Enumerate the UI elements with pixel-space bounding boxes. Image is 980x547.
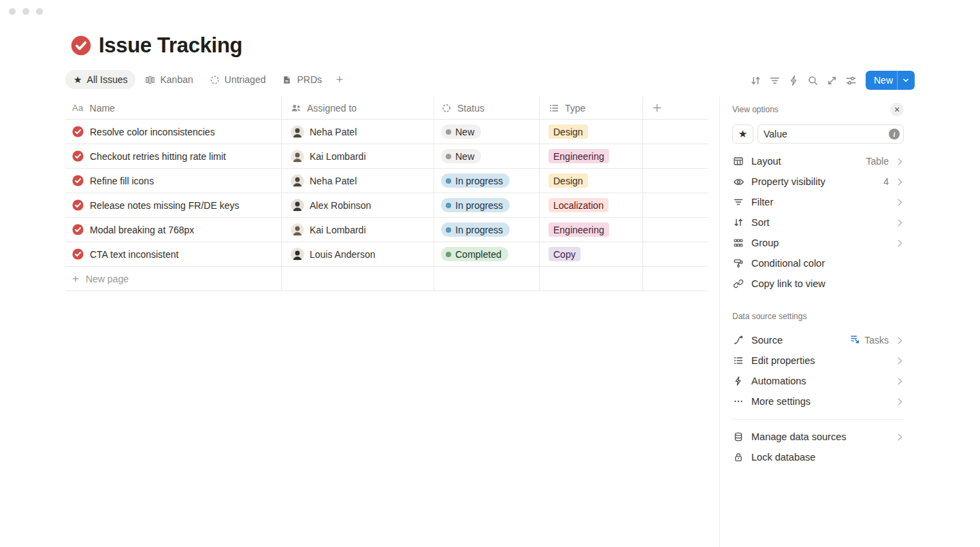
empty-cell[interactable] bbox=[643, 144, 708, 169]
option-copy-link[interactable]: Copy link to view bbox=[732, 274, 904, 294]
option-source[interactable]: Source Tasks bbox=[732, 330, 904, 350]
table-row[interactable]: Refine fill icons Neha Patel In progress… bbox=[65, 169, 708, 193]
type-cell[interactable]: Design bbox=[540, 169, 643, 193]
column-header-status[interactable]: Status bbox=[434, 97, 540, 120]
issue-title: CTA text inconsistent bbox=[90, 249, 178, 260]
new-page-button[interactable]: + New page bbox=[65, 267, 282, 291]
tab-kanban[interactable]: Kanban bbox=[138, 70, 199, 89]
name-cell[interactable]: Resolve color inconsistencies bbox=[65, 120, 282, 144]
view-settings-icon[interactable] bbox=[841, 70, 860, 90]
option-group[interactable]: Group bbox=[732, 233, 904, 253]
table-row[interactable]: Modal breaking at 768px Kai Lombardi In … bbox=[65, 218, 708, 242]
assignee-cell[interactable]: Neha Patel bbox=[282, 169, 434, 193]
table-row[interactable]: CTA text inconsistent Louis Anderson Com… bbox=[65, 242, 708, 267]
status-cell[interactable]: In progress bbox=[434, 218, 540, 242]
expand-icon[interactable] bbox=[822, 70, 841, 90]
view-name-input[interactable] bbox=[757, 125, 904, 144]
name-cell[interactable]: Release notes missing FR/DE keys bbox=[65, 193, 282, 218]
table-row[interactable]: Checkout retries hitting rate limit Kai … bbox=[65, 144, 708, 169]
properties-list-icon bbox=[732, 355, 745, 366]
status-cell[interactable]: New bbox=[434, 144, 540, 169]
tab-all-issues[interactable]: ★ All Issues bbox=[65, 70, 135, 89]
info-icon[interactable]: i bbox=[889, 129, 900, 139]
column-header-name[interactable]: Aa Name bbox=[65, 97, 282, 120]
assignee-cell[interactable]: Kai Lombardi bbox=[282, 218, 434, 242]
empty-cell[interactable] bbox=[643, 242, 708, 267]
new-page-label: New page bbox=[86, 274, 129, 284]
column-header-assigned-to[interactable]: Assigned to bbox=[282, 97, 434, 120]
option-automations[interactable]: Automations bbox=[732, 371, 904, 391]
ellipsis-icon bbox=[732, 396, 745, 407]
empty-cell bbox=[643, 267, 708, 291]
chevron-right-icon bbox=[896, 357, 904, 365]
assignee-cell[interactable]: Neha Patel bbox=[282, 120, 434, 144]
people-icon bbox=[291, 103, 301, 114]
new-button-label[interactable]: New bbox=[866, 71, 897, 90]
table-row[interactable]: Resolve color inconsistencies Neha Patel… bbox=[65, 120, 708, 144]
type-cell[interactable]: Engineering bbox=[540, 144, 643, 169]
window-dot[interactable] bbox=[9, 8, 16, 15]
assignee-cell[interactable]: Alex Robinson bbox=[282, 193, 434, 218]
tab-label: Kanban bbox=[160, 74, 193, 85]
tab-label: Untriaged bbox=[225, 74, 266, 85]
chevron-right-icon bbox=[896, 336, 904, 345]
empty-cell[interactable] bbox=[643, 193, 708, 218]
filter-lines-icon[interactable] bbox=[765, 70, 784, 90]
type-cell[interactable]: Engineering bbox=[540, 218, 643, 242]
window-controls[interactable] bbox=[9, 8, 43, 15]
assignee-cell[interactable]: Kai Lombardi bbox=[282, 144, 434, 169]
star-icon: ★ bbox=[738, 128, 747, 140]
name-cell[interactable]: CTA text inconsistent bbox=[65, 242, 282, 267]
status-cell[interactable]: In progress bbox=[434, 193, 540, 218]
option-manage-data-sources[interactable]: Manage data sources bbox=[732, 427, 904, 447]
option-layout[interactable]: Layout Table bbox=[732, 151, 904, 171]
option-property-visibility[interactable]: Property visibility 4 bbox=[732, 171, 904, 192]
type-cell[interactable]: Copy bbox=[540, 242, 643, 267]
window-dot[interactable] bbox=[22, 8, 29, 15]
new-button[interactable]: New bbox=[866, 71, 915, 90]
column-header-type[interactable]: Type bbox=[540, 97, 643, 120]
view-tabs: ★ All Issues Kanban Untriaged PRDs + bbox=[65, 70, 348, 89]
assignee-name: Neha Patel bbox=[310, 127, 357, 137]
name-cell[interactable]: Checkout retries hitting rate limit bbox=[65, 144, 282, 169]
lightning-icon[interactable] bbox=[784, 70, 803, 90]
assignee-cell[interactable]: Louis Anderson bbox=[282, 242, 434, 267]
issue-title: Checkout retries hitting rate limit bbox=[90, 151, 226, 162]
option-filter[interactable]: Filter bbox=[732, 192, 904, 212]
type-cell[interactable]: Design bbox=[540, 120, 643, 144]
table-row[interactable]: Release notes missing FR/DE keys Alex Ro… bbox=[65, 193, 708, 218]
plus-icon: + bbox=[72, 273, 79, 284]
section-title: Data source settings bbox=[732, 312, 904, 322]
name-cell[interactable]: Refine fill icons bbox=[65, 169, 282, 193]
new-page-row[interactable]: + New page bbox=[65, 267, 708, 291]
view-icon-button[interactable]: ★ bbox=[732, 125, 753, 144]
type-cell[interactable]: Localization bbox=[540, 193, 643, 218]
option-lock-database[interactable]: Lock database bbox=[732, 447, 904, 467]
column-label: Name bbox=[90, 103, 115, 114]
option-conditional-color[interactable]: Conditional color bbox=[732, 253, 904, 274]
status-cell[interactable]: Completed bbox=[434, 242, 540, 267]
empty-cell[interactable] bbox=[643, 120, 708, 144]
chevron-down-icon[interactable] bbox=[897, 71, 915, 90]
sort-icon[interactable] bbox=[746, 70, 765, 90]
name-cell[interactable]: Modal breaking at 768px bbox=[65, 218, 282, 242]
check-circle-icon bbox=[72, 126, 84, 137]
window-dot[interactable] bbox=[36, 8, 43, 15]
status-cell[interactable]: In progress bbox=[434, 169, 540, 193]
option-sort[interactable]: Sort bbox=[732, 212, 904, 233]
close-icon[interactable]: × bbox=[890, 103, 904, 116]
empty-cell[interactable] bbox=[643, 218, 708, 242]
eye-icon bbox=[732, 176, 745, 188]
add-column-button[interactable] bbox=[643, 97, 708, 120]
status-dot bbox=[446, 203, 451, 208]
empty-cell[interactable] bbox=[643, 169, 708, 193]
tab-prds[interactable]: PRDs bbox=[275, 70, 329, 89]
add-view-button[interactable]: + bbox=[331, 70, 348, 89]
search-icon[interactable] bbox=[803, 70, 822, 90]
option-edit-properties[interactable]: Edit properties bbox=[732, 350, 904, 371]
tab-untriaged[interactable]: Untriaged bbox=[203, 70, 273, 89]
status-cell[interactable]: New bbox=[434, 120, 540, 144]
chevron-right-icon bbox=[896, 397, 904, 406]
option-more-settings[interactable]: More settings bbox=[732, 391, 904, 412]
document-icon bbox=[282, 75, 292, 85]
